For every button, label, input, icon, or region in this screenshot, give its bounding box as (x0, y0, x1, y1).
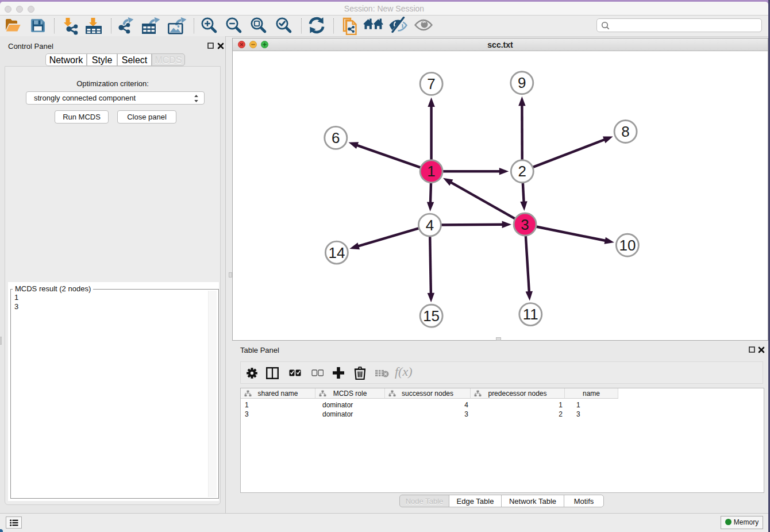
svg-text:14: 14 (328, 244, 345, 261)
svg-text:7: 7 (427, 75, 435, 92)
svg-text:15: 15 (423, 307, 440, 325)
svg-text:2: 2 (518, 163, 526, 180)
svg-text:9: 9 (518, 74, 526, 91)
svg-text:6: 6 (332, 129, 340, 147)
svg-text:4: 4 (426, 217, 434, 234)
svg-text:1: 1 (427, 163, 435, 180)
svg-text:10: 10 (619, 237, 636, 254)
svg-text:11: 11 (523, 306, 538, 323)
svg-text:3: 3 (521, 216, 529, 233)
svg-text:8: 8 (621, 123, 629, 140)
